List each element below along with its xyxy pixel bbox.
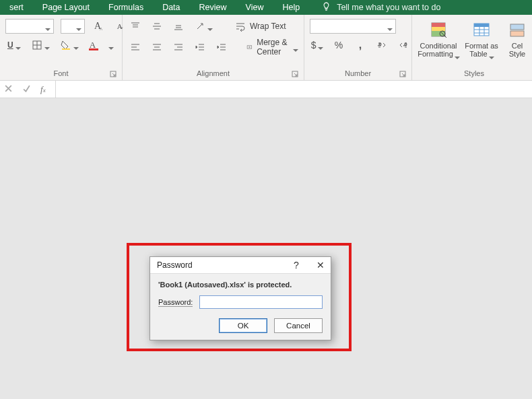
dialog-message: 'Book1 (Autosaved).xlsx' is protected.: [158, 281, 323, 289]
tell-me-search[interactable]: Tell me what you want to do: [309, 1, 440, 13]
tab-page-layout[interactable]: Page Layout: [33, 0, 99, 15]
ribbon-tabstrip: sert Page Layout Formulas Data Review Vi…: [0, 0, 532, 15]
group-label-alignment: Alignment: [128, 69, 298, 79]
group-label-number: Number: [310, 69, 406, 79]
group-alignment: Wrap Text Merge & Center Alignment: [123, 15, 304, 80]
align-bottom-icon[interactable]: [171, 19, 186, 34]
decrease-indent-icon[interactable]: [193, 40, 207, 55]
group-label-font: Font: [5, 69, 117, 79]
dialog-help-button[interactable]: ?: [290, 260, 302, 270]
password-dialog: Password ? ✕ 'Book1 (Autosaved).xlsx' is…: [149, 256, 331, 340]
borders-button[interactable]: [30, 38, 52, 52]
align-left-icon[interactable]: [128, 40, 143, 55]
currency-button[interactable]: $: [310, 38, 325, 52]
svg-text:.0: .0: [378, 42, 382, 46]
formula-bar: fx: [0, 81, 532, 98]
font-size-select[interactable]: [61, 19, 85, 34]
password-label: Password:: [158, 298, 193, 307]
worksheet-area: [0, 98, 532, 399]
font-color-button[interactable]: A: [88, 38, 116, 52]
underline-button[interactable]: U: [5, 38, 23, 52]
ribbon: A^ Aˇ U A Font: [0, 15, 532, 81]
dialog-titlebar: Password ? ✕: [150, 257, 331, 273]
group-label-styles: Styles: [418, 69, 531, 79]
conditional-formatting-label: ConditionalFormatting: [418, 42, 457, 58]
enter-formula-icon[interactable]: [22, 84, 31, 95]
svg-rect-1: [62, 48, 70, 50]
tab-review[interactable]: Review: [190, 0, 236, 15]
group-font: A^ Aˇ U A Font: [0, 15, 123, 80]
percent-button[interactable]: %: [331, 38, 346, 52]
align-top-icon[interactable]: [128, 19, 143, 34]
dialog-close-button[interactable]: ✕: [314, 260, 327, 270]
dialog-launcher-icon[interactable]: [110, 71, 117, 77]
orientation-button[interactable]: [193, 19, 215, 34]
svg-rect-16: [510, 31, 524, 36]
font-name-select[interactable]: [5, 19, 54, 34]
ok-button[interactable]: OK: [219, 318, 267, 333]
cancel-button[interactable]: Cancel: [274, 318, 323, 333]
increase-decimal-icon[interactable]: .0: [374, 38, 389, 52]
dialog-launcher-icon[interactable]: [292, 71, 298, 77]
dialog-title: Password: [157, 260, 193, 270]
fill-color-button[interactable]: [59, 38, 81, 52]
password-input[interactable]: [199, 295, 323, 309]
increase-font-icon[interactable]: A^: [92, 19, 106, 34]
tell-me-label: Tell me what you want to do: [337, 3, 440, 12]
insert-function-icon[interactable]: fx: [40, 84, 46, 95]
wrap-text-button[interactable]: Wrap Text: [235, 21, 286, 32]
svg-rect-15: [510, 24, 524, 30]
tab-help[interactable]: Help: [273, 0, 309, 15]
tab-view[interactable]: View: [236, 0, 273, 15]
decrease-decimal-icon[interactable]: .0: [396, 38, 411, 52]
svg-rect-11: [432, 31, 445, 36]
dialog-launcher-icon[interactable]: [399, 71, 406, 77]
cell-styles-button[interactable]: CelStyle: [504, 19, 531, 58]
tab-insert[interactable]: sert: [0, 0, 33, 15]
align-right-icon[interactable]: [171, 40, 186, 55]
tab-data[interactable]: Data: [153, 0, 189, 15]
cancel-formula-icon[interactable]: [4, 84, 13, 95]
align-middle-icon[interactable]: [149, 19, 164, 34]
svg-text:.0: .0: [403, 42, 407, 46]
svg-rect-9: [432, 23, 445, 27]
number-format-select[interactable]: [310, 19, 396, 34]
tab-formulas[interactable]: Formulas: [99, 0, 153, 15]
increase-indent-icon[interactable]: [214, 40, 229, 55]
group-number: $ % , .0 .0 Number: [304, 15, 412, 80]
svg-rect-14: [474, 24, 489, 27]
cell-styles-label: CelStyle: [509, 42, 525, 58]
svg-rect-10: [432, 27, 445, 31]
format-as-table-button[interactable]: Format asTable: [461, 19, 502, 58]
merge-center-button[interactable]: Merge & Center: [246, 38, 298, 57]
formula-input[interactable]: [56, 81, 532, 98]
comma-style-button[interactable]: ,: [353, 38, 368, 52]
align-center-h-icon[interactable]: [149, 40, 164, 55]
group-styles: ConditionalFormatting Format asTable Cel…: [412, 15, 532, 80]
lightbulb-icon: [321, 1, 331, 13]
conditional-formatting-button[interactable]: ConditionalFormatting: [418, 19, 459, 58]
